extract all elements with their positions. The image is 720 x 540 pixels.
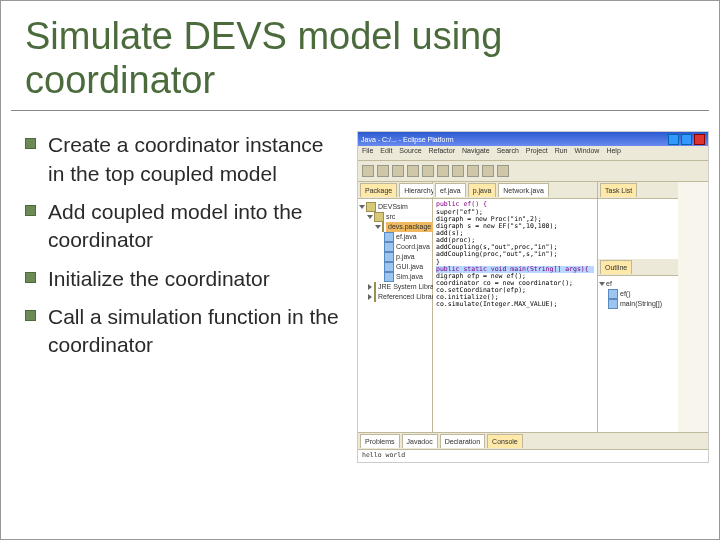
code-line: co.simulate(Integer.MAX_VALUE); xyxy=(436,301,594,308)
tab-outline[interactable]: Outline xyxy=(600,260,632,274)
java-file-icon xyxy=(384,262,394,272)
toolbar-icon[interactable] xyxy=(407,165,419,177)
menu-item[interactable]: File xyxy=(362,147,373,159)
task-tabs: Task List xyxy=(598,182,678,199)
outline-item[interactable]: ef() xyxy=(600,289,676,299)
package-icon xyxy=(382,222,384,232)
outline-tabs: Outline xyxy=(598,259,678,276)
editor-tab[interactable]: p.java xyxy=(468,183,497,197)
bullet-square-icon xyxy=(25,138,36,149)
java-file-icon xyxy=(384,232,394,242)
toolbar-icon[interactable] xyxy=(452,165,464,177)
slide-body: Create a coordinator instance in the top… xyxy=(1,125,719,463)
bullet-item: Create a coordinator instance in the top… xyxy=(25,131,345,188)
menu-item[interactable]: Refactor xyxy=(429,147,455,159)
title-rule xyxy=(11,110,709,111)
expand-icon[interactable] xyxy=(367,215,373,219)
menubar: File Edit Source Refactor Navigate Searc… xyxy=(358,146,708,161)
library-icon xyxy=(374,292,376,302)
toolbar-icon[interactable] xyxy=(392,165,404,177)
right-column: Task List Outline ef ef() main(String[]) xyxy=(598,182,678,432)
close-icon[interactable] xyxy=(694,134,705,145)
menu-item[interactable]: Search xyxy=(497,147,519,159)
bullet-list-container: Create a coordinator instance in the top… xyxy=(25,131,345,463)
tab-problems[interactable]: Problems xyxy=(360,434,400,448)
tree-file[interactable]: Sim.java xyxy=(360,272,430,282)
editor-tab[interactable]: ef.java xyxy=(435,183,466,197)
toolbar-icon[interactable] xyxy=(467,165,479,177)
library-icon xyxy=(374,282,376,292)
tab-declaration[interactable]: Declaration xyxy=(440,434,485,448)
code-editor[interactable]: public ef() { super("ef"); digraph = new… xyxy=(433,199,597,310)
tree-label: p.java xyxy=(396,252,415,262)
minimize-icon[interactable] xyxy=(668,134,679,145)
bottom-panel: Problems Javadoc Declaration Console hel… xyxy=(358,432,708,463)
slide-frame: Simulate DEVS model using coordinator Cr… xyxy=(0,0,720,540)
toolbar-icon[interactable] xyxy=(377,165,389,177)
bullet-list: Create a coordinator instance in the top… xyxy=(25,131,345,359)
toolbar-icon[interactable] xyxy=(362,165,374,177)
tree-refs[interactable]: Referenced Libraries xyxy=(360,292,430,302)
tree-label: Sim.java xyxy=(396,272,423,282)
outline-label: ef xyxy=(606,279,612,289)
outline-label: ef() xyxy=(620,289,631,299)
expand-icon[interactable] xyxy=(375,225,381,229)
tree-package[interactable]: devs.package xyxy=(360,222,430,232)
toolbar-icon[interactable] xyxy=(482,165,494,177)
left-tabs: Package Hierarchy xyxy=(358,182,432,199)
menu-item[interactable]: Window xyxy=(574,147,599,159)
expand-icon[interactable] xyxy=(599,282,605,286)
java-file-icon xyxy=(384,272,394,282)
tree-label: GUI.java xyxy=(396,262,423,272)
editor-tab[interactable]: Network.java xyxy=(498,183,548,197)
tree-jre[interactable]: JRE System Library [1.4] xyxy=(360,282,430,292)
expand-icon[interactable] xyxy=(368,284,372,290)
menu-item[interactable]: Help xyxy=(606,147,620,159)
bullet-item: Initialize the coordinator xyxy=(25,265,345,293)
bullet-item: Call a simulation function in the coordi… xyxy=(25,303,345,360)
tree-file[interactable]: p.java xyxy=(360,252,430,262)
menu-item[interactable]: Run xyxy=(555,147,568,159)
tree-label: Coord.java xyxy=(396,242,430,252)
tab-javadoc[interactable]: Javadoc xyxy=(402,434,438,448)
menu-item[interactable]: Edit xyxy=(380,147,392,159)
ide-screenshot: Java - C:/... - Eclipse Platform File Ed… xyxy=(357,131,709,463)
bullet-text: Call a simulation function in the coordi… xyxy=(48,303,345,360)
menu-item[interactable]: Navigate xyxy=(462,147,490,159)
expand-icon[interactable] xyxy=(359,205,365,209)
tab-package[interactable]: Package xyxy=(360,183,397,197)
tree-src[interactable]: src xyxy=(360,212,430,222)
tab-tasklist[interactable]: Task List xyxy=(600,183,637,197)
tree-label: DEVSsim xyxy=(378,202,408,212)
toolbar-icon[interactable] xyxy=(422,165,434,177)
expand-icon[interactable] xyxy=(368,294,372,300)
tree-label: devs.package xyxy=(386,222,433,232)
outline-tree: ef ef() main(String[]) xyxy=(598,276,678,312)
menu-item[interactable]: Project xyxy=(526,147,548,159)
outline-item[interactable]: main(String[]) xyxy=(600,299,676,309)
bullet-text: Create a coordinator instance in the top… xyxy=(48,131,345,188)
ide-columns: Package Hierarchy DEVSsim src devs.packa… xyxy=(358,182,708,432)
toolbar-icon[interactable] xyxy=(497,165,509,177)
bullet-square-icon xyxy=(25,272,36,283)
method-icon xyxy=(608,289,618,299)
outline-item[interactable]: ef xyxy=(600,279,676,289)
tree-file[interactable]: Coord.java xyxy=(360,242,430,252)
menu-item[interactable]: Source xyxy=(399,147,421,159)
bullet-text: Add coupled model into the coordinator xyxy=(48,198,345,255)
tree-file[interactable]: GUI.java xyxy=(360,262,430,272)
slide-title: Simulate DEVS model using coordinator xyxy=(1,1,719,110)
package-explorer: Package Hierarchy DEVSsim src devs.packa… xyxy=(358,182,433,432)
tree-file[interactable]: ef.java xyxy=(360,232,430,242)
java-file-icon xyxy=(384,242,394,252)
toolbar-icon[interactable] xyxy=(437,165,449,177)
tree-project[interactable]: DEVSsim xyxy=(360,202,430,212)
tab-console[interactable]: Console xyxy=(487,434,523,448)
code-line: addCoupling(proc,"out",s,"in"); xyxy=(436,251,594,258)
outline-label: main(String[]) xyxy=(620,299,662,309)
project-icon xyxy=(366,202,376,212)
task-panel xyxy=(598,199,678,259)
maximize-icon[interactable] xyxy=(681,134,692,145)
toolbar xyxy=(358,161,708,182)
bullet-item: Add coupled model into the coordinator xyxy=(25,198,345,255)
